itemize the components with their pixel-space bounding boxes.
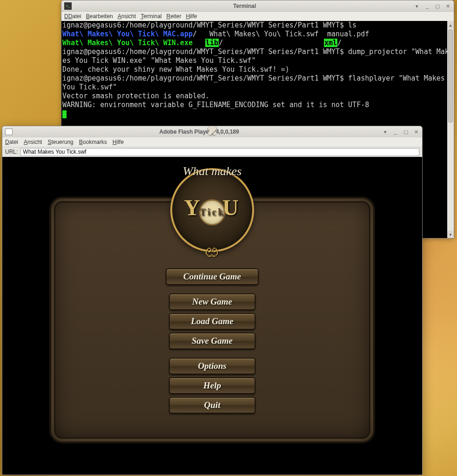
- continue-game-button[interactable]: Continue Game: [166, 268, 259, 285]
- flash-menu-ansicht[interactable]: Ansicht: [24, 139, 42, 145]
- options-button[interactable]: Options: [169, 358, 255, 374]
- quit-button[interactable]: Quit: [169, 397, 255, 414]
- terminal-line: What\ Makes\ You\ Tick\ MAC.app: [62, 30, 193, 38]
- flash-menubar: Datei Ansicht Steuerung Bookmarks Hilfe: [2, 137, 422, 147]
- terminal-line: ignaz@pegasus6:/home/playground/WMYT_Ser…: [62, 48, 348, 56]
- terminal-line: WARNING: environment variable G_FILENAME…: [62, 101, 369, 109]
- terminal-line: What\ Makes\ You\ Tick\ WIN.exe: [62, 39, 193, 47]
- terminal-menu-hilfe[interactable]: Hilfe: [186, 13, 197, 20]
- terminal-line: / What\ Makes\ You\ Tick.swf manual.pdf: [193, 30, 369, 38]
- terminal-line: lib: [205, 39, 219, 47]
- flash-menu-hilfe[interactable]: Hilfe: [113, 139, 124, 145]
- help-button[interactable]: Help: [169, 377, 255, 394]
- dropdown-icon[interactable]: ▾: [382, 129, 389, 135]
- terminal-line: ignaz@pegasus6:/home/playground/WMYT_Ser…: [62, 21, 348, 29]
- terminal-titlebar[interactable]: >_ Terminal ▾ _ ▢ ✕: [61, 0, 454, 12]
- terminal-title: Terminal: [75, 3, 414, 9]
- terminal-line: ignaz@pegasus6:/home/playground/WMYT_Ser…: [62, 74, 348, 82]
- terminal-line: Vector smash protection is enabled.: [62, 92, 209, 100]
- terminal-icon: >_: [64, 2, 72, 10]
- game-logo: What makes YTickU ೞ: [163, 161, 261, 259]
- scrollbar-down-icon[interactable]: ▼: [447, 231, 454, 238]
- save-game-button[interactable]: Save Game: [169, 333, 255, 349]
- minimize-button[interactable]: _: [392, 129, 399, 135]
- terminal-menu-ansicht[interactable]: Ansicht: [118, 13, 136, 20]
- flash-urlbar: URL:: [2, 147, 422, 157]
- maximize-button[interactable]: ▢: [403, 129, 409, 135]
- flash-menu-datei[interactable]: Datei: [5, 139, 18, 145]
- terminal-line: xml: [324, 39, 337, 47]
- terminal-line: Done, check your shiny new What Makes Yo…: [62, 65, 289, 74]
- flash-app-icon: [5, 129, 13, 135]
- new-game-button[interactable]: New Game: [169, 293, 255, 310]
- logo-tail-icon: ೞ: [203, 243, 221, 263]
- dropdown-icon[interactable]: ▾: [414, 3, 420, 9]
- logo-text-top: What makes: [183, 164, 242, 178]
- flash-title: Adobe Flash Player 24,0,0,189: [16, 129, 382, 135]
- clock-icon: Tick: [199, 199, 225, 225]
- terminal-line: ls: [348, 21, 356, 29]
- menu-group-game: New Game Load Game Save Game: [169, 293, 255, 349]
- maximize-button[interactable]: ▢: [434, 3, 441, 9]
- url-label: URL:: [5, 149, 18, 155]
- minimize-button[interactable]: _: [424, 3, 430, 9]
- flash-content-area: What makes YTickU ೞ Continue Game New Ga…: [2, 157, 422, 475]
- menu-group-primary: Continue Game: [166, 268, 259, 285]
- terminal-menubar: DDatei Bearbeiten Ansicht Terminal Reite…: [61, 12, 454, 21]
- menu-group-system: Options Help Quit: [169, 358, 255, 414]
- url-input[interactable]: [20, 148, 419, 156]
- game-menu-panel: What makes YTickU ೞ Continue Game New Ga…: [49, 197, 375, 443]
- terminal-menu-datei[interactable]: DDatei: [64, 13, 81, 20]
- terminal-menu-terminal[interactable]: Terminal: [141, 13, 161, 20]
- terminal-cursor: [62, 110, 67, 118]
- terminal-scrollbar[interactable]: ▲ ▼: [447, 21, 454, 238]
- scrollbar-up-icon[interactable]: ▲: [447, 21, 454, 28]
- terminal-menu-bearbeiten[interactable]: Bearbeiten: [86, 13, 113, 20]
- flash-menu-steuerung[interactable]: Steuerung: [47, 139, 73, 145]
- terminal-menu-reiter[interactable]: Reiter: [167, 13, 181, 20]
- close-button[interactable]: ✕: [413, 129, 419, 135]
- load-game-button[interactable]: Load Game: [169, 313, 255, 330]
- flash-menu-bookmarks[interactable]: Bookmarks: [79, 139, 107, 145]
- scrollbar-thumb[interactable]: [448, 29, 453, 122]
- flash-player-window: Adobe Flash Player 24,0,0,189 ▾ _ ▢ ✕ Da…: [2, 126, 423, 475]
- close-button[interactable]: ✕: [444, 3, 451, 9]
- logo-text-you: YTickU: [184, 195, 240, 225]
- close-icon[interactable]: [207, 125, 218, 136]
